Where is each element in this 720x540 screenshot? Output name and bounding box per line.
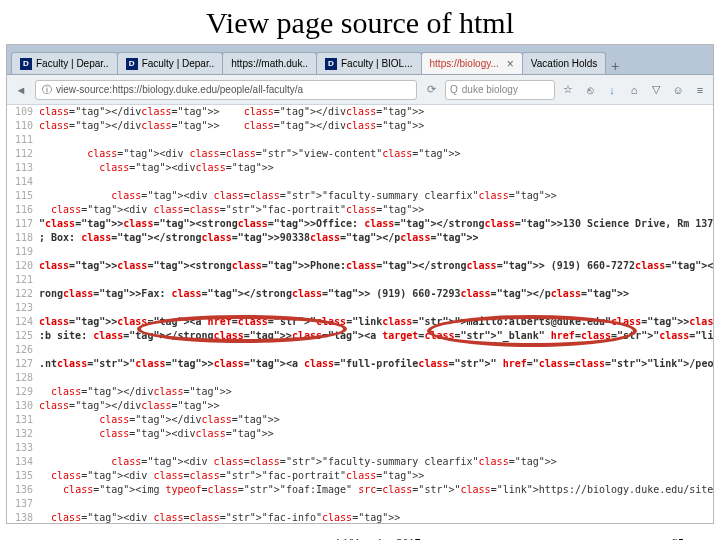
source-text: class="tag"><img typeof=class="str">"foa… <box>39 483 713 497</box>
source-line: 111 <box>7 133 713 147</box>
source-line: 113 class="tag"><divclass="tag">> <box>7 161 713 175</box>
source-text: "class="tag">>class="tag"><strongclass="… <box>39 217 713 231</box>
search-input[interactable]: Q duke biology <box>445 80 555 100</box>
line-number: 131 <box>7 413 39 427</box>
line-number: 124 <box>7 315 39 329</box>
self-icon[interactable]: ⎋ <box>583 83 597 97</box>
source-text: class="tag"><div class=class="str">"fac-… <box>39 203 424 217</box>
source-line: 134 class="tag"><div class=class="str">"… <box>7 455 713 469</box>
source-text: .ntclass="str">"class="tag">>class="tag"… <box>39 357 713 371</box>
source-line: 125:b site: class="tag"></strongclass="t… <box>7 329 713 343</box>
browser-frame: DFaculty | Depar..DFaculty | Depar..http… <box>6 44 714 524</box>
nav-back-icon[interactable]: ◄ <box>13 82 29 98</box>
line-number: 109 <box>7 105 39 119</box>
reload-icon[interactable]: ⟳ <box>423 82 439 98</box>
tab-label: Faculty | Depar.. <box>36 58 109 69</box>
line-number: 112 <box>7 147 39 161</box>
tab-label: Faculty | BIOL... <box>341 58 413 69</box>
source-text: class="tag"><divclass="tag">> <box>39 161 274 175</box>
line-number: 117 <box>7 217 39 231</box>
tab-2[interactable]: https://math.duk.. <box>222 52 317 74</box>
favicon-icon: D <box>325 58 337 70</box>
line-number: 114 <box>7 175 39 189</box>
source-line: 121 <box>7 273 713 287</box>
line-number: 125 <box>7 329 39 343</box>
tab-5[interactable]: Vacation Holds <box>522 52 607 74</box>
source-line: 109class="tag"></divclass="tag">> class=… <box>7 105 713 119</box>
line-number: 132 <box>7 427 39 441</box>
url-text: view-source:https://biology.duke.edu/peo… <box>56 84 303 95</box>
source-text: class="tag">>class="tag"><strongclass="t… <box>39 259 713 273</box>
tab-4[interactable]: https://biology...× <box>421 52 523 74</box>
source-text: class="tag"><div class=class="str">"fac-… <box>39 511 400 524</box>
home-icon[interactable]: ⌂ <box>627 83 641 97</box>
footer-center-text: compsci 101 spring 2017 <box>300 536 421 540</box>
smile-icon[interactable]: ☺ <box>671 83 685 97</box>
line-number: 128 <box>7 371 39 385</box>
address-bar[interactable]: ⓘ view-source:https://biology.duke.edu/p… <box>35 80 417 100</box>
source-text: class="tag"><div class=class="str">"fac-… <box>39 469 424 483</box>
source-line: 136 class="tag"><img typeof=class="str">… <box>7 483 713 497</box>
source-line: 124class="tag">>class="tag"><a href=clas… <box>7 315 713 329</box>
source-text: rongclass="tag">>Fax: class="tag"></stro… <box>39 287 629 301</box>
source-text: class="tag"></divclass="tag">> class="ta… <box>39 105 424 119</box>
line-number: 129 <box>7 385 39 399</box>
source-line: 119 <box>7 245 713 259</box>
source-line: 123 <box>7 301 713 315</box>
source-line: 117"class="tag">>class="tag"><strongclas… <box>7 217 713 231</box>
tab-label: https://math.duk.. <box>231 58 308 69</box>
source-line: 135 class="tag"><div class=class="str">"… <box>7 469 713 483</box>
line-number: 135 <box>7 469 39 483</box>
line-number: 110 <box>7 119 39 133</box>
source-text: class="tag"></divclass="tag">> <box>39 413 280 427</box>
line-number: 126 <box>7 343 39 357</box>
pocket-icon[interactable]: ▽ <box>649 83 663 97</box>
source-view[interactable]: 109class="tag"></divclass="tag">> class=… <box>7 105 713 524</box>
menu-icon[interactable]: ≡ <box>693 83 707 97</box>
source-line: 130class="tag"></divclass="tag">> <box>7 399 713 413</box>
slide-number: 35 <box>672 536 684 540</box>
download-icon[interactable]: ↓ <box>605 83 619 97</box>
tab-0[interactable]: DFaculty | Depar.. <box>11 52 118 74</box>
source-line: 128 <box>7 371 713 385</box>
source-text: class="tag"></divclass="tag">> <box>39 385 232 399</box>
line-number: 127 <box>7 357 39 371</box>
line-number: 118 <box>7 231 39 245</box>
source-text: class="tag"><div class=class="str">"view… <box>39 147 461 161</box>
new-tab-button[interactable]: + <box>605 58 625 74</box>
source-line: 126 <box>7 343 713 357</box>
source-line: 133 <box>7 441 713 455</box>
close-icon[interactable]: × <box>507 57 514 71</box>
line-number: 113 <box>7 161 39 175</box>
tab-strip: DFaculty | Depar..DFaculty | Depar..http… <box>7 45 713 75</box>
line-number: 111 <box>7 133 39 147</box>
line-number: 116 <box>7 203 39 217</box>
bookmark-star-icon[interactable]: ☆ <box>561 83 575 97</box>
site-info-icon[interactable]: ⓘ <box>42 83 52 97</box>
source-text: class="tag"></divclass="tag">> <box>39 399 220 413</box>
line-number: 115 <box>7 189 39 203</box>
line-number: 122 <box>7 287 39 301</box>
tab-3[interactable]: DFaculty | BIOL... <box>316 52 422 74</box>
line-number: 138 <box>7 511 39 524</box>
source-line: 112 class="tag"><div class=class="str">"… <box>7 147 713 161</box>
tab-label: Vacation Holds <box>531 58 598 69</box>
tab-1[interactable]: DFaculty | Depar.. <box>117 52 224 74</box>
source-line: 131 class="tag"></divclass="tag">> <box>7 413 713 427</box>
source-text: class="tag"><divclass="tag">> <box>39 427 274 441</box>
search-icon: Q <box>450 84 458 95</box>
source-line: 110class="tag"></divclass="tag">> class=… <box>7 119 713 133</box>
source-text: ; Box: class="tag"></strongclass="tag">>… <box>39 231 479 245</box>
source-text: class="tag"><div class=class="str">"facu… <box>39 189 557 203</box>
source-text: class="tag"><div class=class="str">"facu… <box>39 455 557 469</box>
source-line: 132 class="tag"><divclass="tag">> <box>7 427 713 441</box>
line-number: 134 <box>7 455 39 469</box>
source-text: class="tag">>class="tag"><a href=class="… <box>39 315 713 329</box>
source-line: 118; Box: class="tag"></strongclass="tag… <box>7 231 713 245</box>
favicon-icon: D <box>126 58 138 70</box>
source-text: :b site: class="tag"></strongclass="tag"… <box>39 329 713 343</box>
favicon-icon: D <box>20 58 32 70</box>
tab-label: Faculty | Depar.. <box>142 58 215 69</box>
url-toolbar: ◄ ⓘ view-source:https://biology.duke.edu… <box>7 75 713 105</box>
slide-title: View page source of html <box>0 0 720 44</box>
